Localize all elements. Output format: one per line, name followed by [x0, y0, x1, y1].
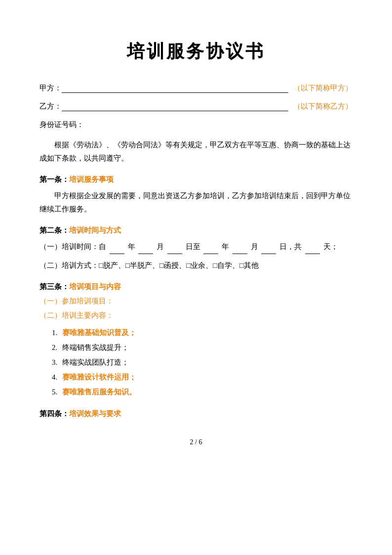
- list-item-1-text: 赛唯雅基础知识普及；: [62, 329, 136, 337]
- article3-sub1: （一）参加培训项目：: [39, 297, 353, 306]
- end-month-blank: [233, 240, 247, 254]
- party-a-blank: [62, 84, 288, 93]
- list-item: 终端销售实战提升；: [59, 340, 353, 355]
- list-item-5-text: 赛唯雅售后服务知识。: [62, 388, 136, 396]
- party-a-line: 甲方： （以下简称甲方）: [39, 84, 353, 93]
- id-card-label: 身份证号码：: [39, 121, 84, 128]
- method-prefix: （二）培训方式：: [39, 261, 99, 269]
- document-page: 培训服务协议书 甲方： （以下简称甲方） 乙方： （以下简称乙方） 身份证号码：…: [0, 0, 392, 555]
- party-a-note: （以下简称甲方）: [293, 84, 353, 93]
- article4-title-prefix: 第四条：: [39, 410, 69, 418]
- start-month-blank: [138, 240, 153, 254]
- list-item: 赛唯雅售后服务知识。: [59, 384, 353, 399]
- end-year-blank: [203, 240, 218, 254]
- time-prefix: （一）培训时间：自: [39, 243, 106, 251]
- start-year-blank: [110, 240, 124, 254]
- article3-sub2: （二）培训主要内容：: [39, 311, 353, 320]
- end-day-blank: [261, 240, 276, 254]
- article1-title-prefix: 第一条：: [39, 175, 69, 183]
- article1-title-main: 培训服务事项: [69, 175, 114, 183]
- list-item-4-text: 赛唯雅设计软件运用；: [62, 373, 136, 381]
- article2-title: 第二条：培训时间与方式: [39, 226, 353, 235]
- article1-content: 甲方根据企业发展的需要，同意出资送乙方参加培训，乙方参加培训结束后，回到甲方单位…: [39, 189, 353, 216]
- training-time-line: （一）培训时间：自 年 月 日至 年 月 日，共 天；: [39, 240, 353, 254]
- days-blank: [305, 240, 320, 254]
- article3-sub1-text: （一）参加培训项目：: [39, 297, 114, 305]
- article4-title-main: 培训效果与要求: [69, 410, 121, 418]
- article3-title-prefix: 第三条：: [39, 283, 69, 291]
- training-content-list: 赛唯雅基础知识普及； 终端销售实战提升； 终端实战团队打造； 赛唯雅设计软件运用…: [59, 325, 353, 399]
- party-b-note: （以下简称乙方）: [293, 102, 353, 111]
- intro-text: 根据《劳动法》、《劳动合同法》等有关规定，甲乙双方在平等互惠、协商一致的基础上达…: [39, 138, 353, 165]
- party-a-label: 甲方：: [39, 84, 62, 93]
- list-item: 终端实战团队打造；: [59, 355, 353, 370]
- start-day-blank: [167, 240, 182, 254]
- page-number: 2 / 6: [39, 438, 353, 446]
- id-card-line: 身份证号码：: [39, 120, 353, 129]
- training-method-line: （二）培训方式：□脱产、□半脱产、□函授、□业余、□自学、□其他: [39, 259, 353, 272]
- list-item-2-text: 终端销售实战提升；: [62, 343, 129, 351]
- article3-title-main: 培训项目与内容: [69, 283, 121, 291]
- method-options: □脱产、□半脱产、□函授、□业余、□自学、□其他: [99, 261, 259, 269]
- list-item: 赛唯雅设计软件运用；: [59, 370, 353, 384]
- article2-title-prefix: 第二条：: [39, 226, 69, 234]
- party-b-line: 乙方： （以下简称乙方）: [39, 102, 353, 111]
- document-title: 培训服务协议书: [39, 40, 353, 64]
- article1-content-text: 甲方根据企业发展的需要，同意出资送乙方参加培训，乙方参加培训结束后，回到甲方单位…: [39, 192, 351, 213]
- list-item: 赛唯雅基础知识普及；: [59, 325, 353, 340]
- article1-title: 第一条：培训服务事项: [39, 175, 353, 184]
- article2-title-main: 培训时间与方式: [69, 226, 121, 234]
- party-b-blank: [62, 102, 288, 111]
- list-item-3-text: 终端实战团队打造；: [62, 358, 129, 366]
- article4-title: 第四条：培训效果与要求: [39, 409, 353, 419]
- party-b-label: 乙方：: [39, 102, 62, 111]
- article3-title: 第三条：培训项目与内容: [39, 282, 353, 292]
- article3-sub2-text: （二）培训主要内容：: [39, 311, 114, 319]
